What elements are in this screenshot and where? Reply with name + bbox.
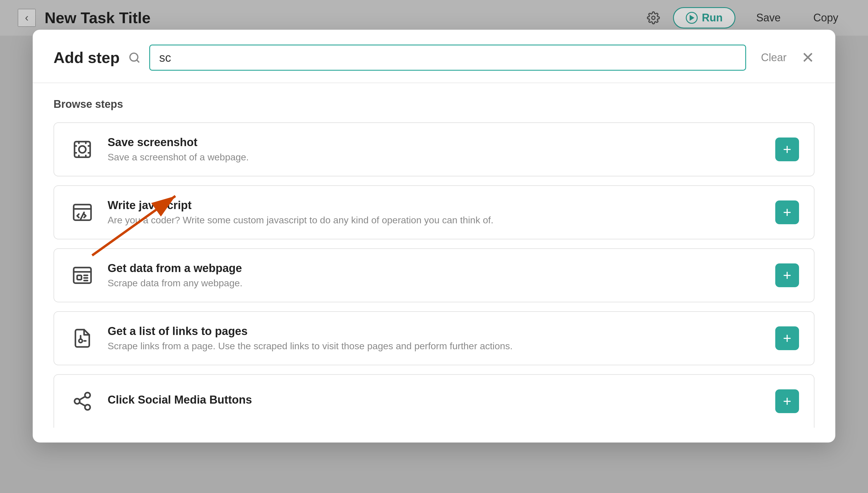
clear-label: Clear bbox=[761, 51, 787, 64]
add-write-javascript-button[interactable]: + bbox=[775, 200, 799, 224]
svg-point-4 bbox=[79, 146, 86, 153]
get-links-desc: Scrape links from a page. Use the scrape… bbox=[108, 341, 763, 351]
write-javascript-icon bbox=[69, 199, 96, 226]
step-item-get-links[interactable]: Get a list of links to pages Scrape link… bbox=[54, 311, 814, 365]
plus-icon: + bbox=[783, 205, 791, 219]
modal-overlay: Add step Clear ✕ Browse steps bbox=[0, 0, 868, 493]
add-social-media-button[interactable]: + bbox=[775, 389, 799, 413]
svg-rect-10 bbox=[77, 275, 82, 280]
write-javascript-name: Write javascript bbox=[108, 199, 763, 212]
save-screenshot-desc: Save a screenshot of a webpage. bbox=[108, 152, 763, 163]
write-javascript-desc: Are you a coder? Write some custom javas… bbox=[108, 215, 763, 226]
plus-icon: + bbox=[783, 394, 791, 408]
step-list: Save screenshot Save a screenshot of a w… bbox=[54, 122, 814, 428]
search-input[interactable] bbox=[149, 45, 746, 71]
save-screenshot-text: Save screenshot Save a screenshot of a w… bbox=[108, 136, 763, 163]
get-data-webpage-name: Get data from a webpage bbox=[108, 262, 763, 275]
write-javascript-text: Write javascript Are you a coder? Write … bbox=[108, 199, 763, 226]
close-button[interactable]: ✕ bbox=[801, 50, 814, 65]
get-links-icon bbox=[69, 325, 96, 351]
step-item-write-javascript[interactable]: Write javascript Are you a coder? Write … bbox=[54, 185, 814, 239]
svg-rect-3 bbox=[75, 142, 90, 157]
search-icon bbox=[128, 52, 140, 64]
step-item-save-screenshot[interactable]: Save screenshot Save a screenshot of a w… bbox=[54, 122, 814, 176]
svg-line-7 bbox=[81, 212, 84, 219]
add-save-screenshot-button[interactable]: + bbox=[775, 137, 799, 161]
add-step-modal: Add step Clear ✕ Browse steps bbox=[33, 30, 835, 443]
step-item-social-media[interactable]: Click Social Media Buttons + bbox=[54, 374, 814, 428]
svg-rect-8 bbox=[74, 267, 91, 283]
svg-line-2 bbox=[137, 60, 139, 62]
get-links-name: Get a list of links to pages bbox=[108, 325, 763, 338]
modal-title: Add step bbox=[54, 49, 120, 66]
svg-rect-5 bbox=[74, 205, 91, 220]
get-links-text: Get a list of links to pages Scrape link… bbox=[108, 325, 763, 351]
plus-icon: + bbox=[783, 331, 791, 345]
get-data-webpage-text: Get data from a webpage Scrape data from… bbox=[108, 262, 763, 289]
modal-header: Add step Clear ✕ bbox=[33, 30, 835, 83]
social-media-text: Click Social Media Buttons bbox=[108, 393, 763, 409]
social-media-icon bbox=[69, 388, 96, 414]
social-media-name: Click Social Media Buttons bbox=[108, 393, 763, 406]
modal-body: Browse steps Save screenshot S bbox=[33, 83, 835, 443]
step-item-get-data-webpage[interactable]: Get data from a webpage Scrape data from… bbox=[54, 248, 814, 302]
get-data-webpage-icon bbox=[69, 262, 96, 289]
add-get-data-webpage-button[interactable]: + bbox=[775, 263, 799, 287]
browse-steps-label: Browse steps bbox=[54, 98, 814, 110]
svg-line-18 bbox=[79, 402, 85, 406]
plus-icon: + bbox=[783, 142, 791, 156]
clear-button[interactable]: Clear bbox=[755, 51, 792, 64]
save-screenshot-name: Save screenshot bbox=[108, 136, 763, 149]
save-screenshot-icon bbox=[69, 136, 96, 163]
add-get-links-button[interactable]: + bbox=[775, 326, 799, 350]
plus-icon: + bbox=[783, 268, 791, 282]
get-data-webpage-desc: Scrape data from any webpage. bbox=[108, 278, 763, 289]
close-icon: ✕ bbox=[801, 49, 814, 66]
svg-line-19 bbox=[79, 396, 85, 400]
